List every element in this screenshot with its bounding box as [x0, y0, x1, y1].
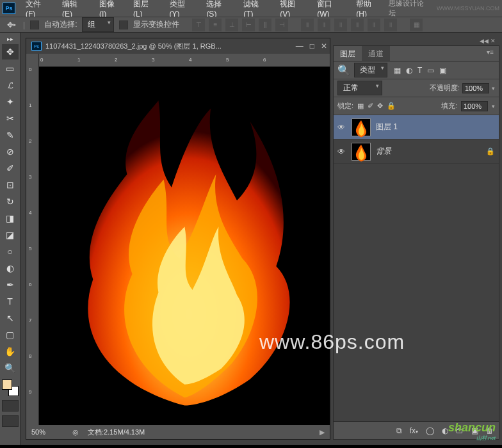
color-swatches[interactable] [2, 380, 19, 396]
fill-input[interactable]: 100% [461, 101, 488, 111]
dist-right-icon[interactable]: ⫴ [384, 19, 397, 31]
align-right-icon[interactable]: ⊣ [275, 19, 288, 31]
auto-select-label: 自动选择: [44, 19, 77, 30]
align-bottom-icon[interactable]: ⊥ [225, 19, 238, 31]
canvas[interactable] [39, 67, 330, 425]
align-hcenter-icon[interactable]: ‖ [259, 19, 271, 31]
marquee-tool[interactable]: ▭ [2, 61, 19, 76]
link-layers-icon[interactable]: ⧉ [396, 426, 402, 435]
doc-size-value: 2.15M/4.13M [104, 428, 145, 436]
clone-stamp-tool[interactable]: ⊡ [2, 177, 19, 193]
visibility-icon[interactable]: 👁 [337, 123, 346, 132]
auto-select-checkbox[interactable] [30, 20, 39, 29]
panel-menu-icon[interactable]: ▾≡ [482, 46, 499, 61]
document-tab[interactable]: Ps 11074431_122403780263_2.jpg @ 50% (图层… [26, 38, 330, 54]
tab-channels[interactable]: 通道 [362, 46, 390, 61]
expand-toolbox-icon[interactable]: ▸▸ [2, 35, 19, 43]
move-tool-icon[interactable]: ✥▸ [5, 19, 18, 31]
visibility-icon[interactable]: 👁 [337, 147, 346, 156]
foreground-swatch[interactable] [2, 380, 12, 390]
filter-search-icon[interactable]: 🔍 [337, 64, 350, 76]
move-tool[interactable]: ✥ [2, 44, 19, 60]
history-brush-tool[interactable]: ↻ [2, 194, 19, 209]
filter-type-dropdown[interactable]: 类型 [354, 63, 387, 77]
maximize-icon[interactable]: □ [310, 42, 314, 51]
align-left-icon[interactable]: ⊢ [242, 19, 255, 31]
filter-shape-icon[interactable]: ▭ [427, 66, 434, 75]
show-transform-checkbox[interactable] [119, 20, 128, 29]
document-title: 11074431_122403780263_2.jpg @ 50% (图层 1,… [45, 42, 222, 51]
blend-mode-dropdown[interactable]: 正常 [337, 81, 382, 95]
auto-align-icon[interactable]: ▦ [410, 19, 423, 31]
layer-name[interactable]: 图层 1 [376, 122, 398, 132]
status-arrow-icon[interactable]: ▶ [320, 428, 325, 436]
eraser-tool[interactable]: ◨ [2, 211, 19, 226]
document-window: Ps 11074431_122403780263_2.jpg @ 50% (图层… [26, 38, 330, 440]
options-bar: ✥▸ | 自动选择: 组 显示变换控件 ⊤ ≡ ⊥ ⊢ ‖ ⊣ ⫴ ⫴ ⫴ ⫴ … [0, 17, 502, 33]
dist-vcenter-icon[interactable]: ⫴ [318, 19, 330, 31]
lock-label: 锁定: [337, 101, 353, 111]
fill-arrow-icon[interactable]: ▾ [492, 103, 495, 109]
vertical-ruler: 0123456789 [26, 54, 39, 425]
lasso-tool[interactable]: 𝓛 [2, 77, 19, 93]
lock-position-icon[interactable]: ✥ [377, 102, 383, 110]
ps-logo: Ps [3, 3, 15, 14]
opacity-input[interactable]: 100% [462, 83, 489, 93]
filter-smart-icon[interactable]: ▣ [439, 66, 446, 75]
opacity-label: 不透明度: [430, 83, 460, 93]
hand-tool[interactable]: ✋ [2, 344, 19, 359]
auto-select-dropdown[interactable]: 组 [82, 17, 114, 32]
zoom-tool[interactable]: 🔍 [2, 360, 19, 376]
filter-type-icon[interactable]: T [417, 66, 422, 75]
lock-all-icon[interactable]: 🔒 [387, 102, 396, 110]
quickmask-button[interactable] [2, 400, 19, 412]
filter-adjust-icon[interactable]: ◐ [406, 66, 412, 75]
dodge-tool[interactable]: ◐ [2, 260, 19, 276]
pen-tool[interactable]: ✒ [2, 277, 19, 292]
brush-tool[interactable]: ✐ [2, 161, 19, 176]
layer-mask-icon[interactable]: ◯ [426, 426, 434, 435]
show-transform-label: 显示变换控件 [133, 19, 179, 30]
close-icon[interactable]: ✕ [321, 42, 327, 51]
doc-size-label: 文档: [88, 428, 104, 436]
layers-panel: 图层 通道 ▾≡ 🔍 类型 ▦ ◐ T ▭ ▣ 正常 [333, 45, 499, 440]
type-tool[interactable]: T [2, 294, 19, 309]
layer-row[interactable]: 👁 图层 1 [334, 115, 499, 140]
zoom-level[interactable]: 50% [31, 428, 63, 436]
status-icon[interactable]: ◎ [72, 428, 79, 436]
adjustment-layer-icon[interactable]: ◐ [442, 426, 448, 435]
dist-top-icon[interactable]: ⫴ [301, 19, 314, 31]
layer-row[interactable]: 👁 背景 🔒 [334, 140, 499, 164]
minimize-icon[interactable]: — [296, 42, 304, 51]
align-top-icon[interactable]: ⊤ [192, 19, 205, 31]
magic-wand-tool[interactable]: ✦ [2, 94, 19, 109]
dist-left-icon[interactable]: ⫴ [351, 19, 364, 31]
opacity-arrow-icon[interactable]: ▾ [492, 85, 495, 92]
brand-url: WWW.MISSYUAN.COM [437, 5, 499, 12]
dist-hcenter-icon[interactable]: ⫴ [368, 19, 380, 31]
layer-thumbnail[interactable] [352, 118, 371, 136]
align-vcenter-icon[interactable]: ≡ [209, 19, 222, 31]
tab-layers[interactable]: 图层 [334, 46, 362, 61]
dist-bottom-icon[interactable]: ⫴ [334, 19, 347, 31]
filter-pixel-icon[interactable]: ▦ [394, 66, 401, 75]
panels-dock: ◀◀ ✕ 图层 通道 ▾≡ 🔍 类型 ▦ ◐ T ▭ ▣ [333, 38, 499, 440]
layers-list: 👁 图层 1 👁 背景 🔒 [334, 115, 499, 421]
collapse-panels-icon[interactable]: ◀◀ ✕ [333, 38, 499, 45]
crop-tool[interactable]: ✂ [2, 111, 19, 126]
layer-effects-icon[interactable]: fx▾ [410, 426, 418, 435]
lock-pixels-icon[interactable]: ✐ [368, 102, 373, 110]
brand-text: 思缘设计论坛 [389, 0, 430, 18]
eyedropper-tool[interactable]: ✎ [2, 127, 19, 143]
path-select-tool[interactable]: ↖ [2, 310, 19, 326]
layer-name[interactable]: 背景 [376, 146, 391, 157]
healing-brush-tool[interactable]: ⊘ [2, 144, 19, 159]
rectangle-tool[interactable]: ▢ [2, 327, 19, 342]
gradient-tool[interactable]: ◪ [2, 227, 19, 243]
lock-transparent-icon[interactable]: ▦ [357, 102, 364, 110]
layer-thumbnail[interactable] [352, 143, 371, 161]
lock-icon: 🔒 [486, 147, 495, 156]
blur-tool[interactable]: ○ [2, 244, 19, 259]
fill-label: 填充: [441, 101, 457, 111]
screenmode-button[interactable] [2, 415, 19, 427]
